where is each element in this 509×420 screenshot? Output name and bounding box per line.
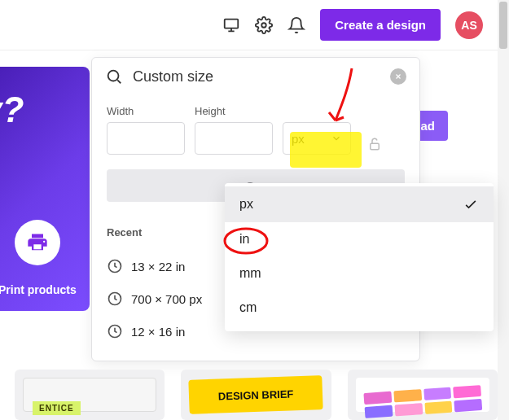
template-thumb[interactable]: DESIGN BRIEF (181, 370, 331, 420)
create-design-button[interactable]: Create a design (320, 9, 441, 41)
clock-icon (107, 323, 123, 339)
unit-option-px[interactable]: px (225, 186, 494, 222)
top-bar: Create a design AS (0, 0, 498, 50)
clock-icon (107, 258, 123, 274)
recent-item-label: 12 × 16 in (131, 325, 185, 339)
desktop-icon[interactable] (222, 16, 240, 34)
chevron-down-icon (331, 133, 342, 144)
clear-search-button[interactable] (390, 68, 406, 85)
template-thumbnails: ENTICE DESIGN BRIEF (15, 370, 498, 420)
search-icon (105, 68, 123, 85)
template-thumb-tag: ENTICE (33, 401, 81, 415)
unit-option-label: px (239, 197, 253, 212)
unit-option-label: in (239, 232, 249, 247)
unit-dropdown[interactable]: px (283, 122, 351, 155)
unit-menu: px in mm cm (225, 183, 494, 331)
window-scrollbar[interactable] (498, 0, 509, 420)
lock-aspect-button[interactable] (367, 137, 382, 155)
height-label: Height (195, 105, 273, 117)
template-thumb-title: DESIGN BRIEF (218, 387, 294, 402)
unit-option-label: cm (239, 300, 257, 315)
height-field: Height (195, 105, 273, 155)
svg-rect-3 (371, 143, 380, 150)
print-products-label[interactable]: Print products (0, 283, 77, 296)
unit-option-label: mm (239, 266, 261, 281)
width-field: Width (107, 105, 185, 155)
svg-rect-0 (225, 19, 239, 28)
unit-option-cm[interactable]: cm (225, 291, 494, 325)
recent-item-label: 13 × 22 in (131, 260, 185, 273)
svg-point-1 (262, 23, 267, 28)
clock-icon (107, 291, 123, 307)
search-input[interactable] (133, 68, 380, 85)
svg-point-2 (108, 71, 119, 81)
width-input[interactable] (107, 122, 185, 155)
dimensions-row: Width Height px (92, 94, 419, 155)
unit-option-mm[interactable]: mm (225, 256, 494, 291)
template-thumb[interactable] (348, 370, 498, 420)
template-thumb[interactable]: ENTICE (15, 370, 165, 420)
hero-banner: y? Print products oad (0, 67, 90, 311)
check-icon (463, 196, 479, 212)
hero-text-fragment: y? (0, 90, 24, 130)
print-products-icon[interactable] (15, 220, 60, 265)
recent-item-label: 700 × 700 px (131, 292, 202, 306)
scrollbar-thumb[interactable] (499, 2, 507, 49)
search-row (92, 58, 419, 94)
width-label: Width (107, 105, 185, 117)
height-input[interactable] (195, 122, 273, 155)
lock-open-icon (367, 137, 382, 151)
unit-option-in[interactable]: in (225, 222, 494, 256)
bell-icon[interactable] (287, 16, 305, 34)
gear-icon[interactable] (255, 16, 273, 34)
unit-selected-label: px (292, 132, 305, 146)
avatar[interactable]: AS (455, 11, 483, 39)
close-icon (389, 72, 407, 81)
